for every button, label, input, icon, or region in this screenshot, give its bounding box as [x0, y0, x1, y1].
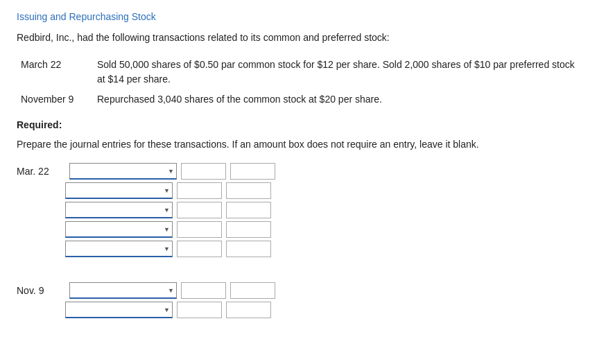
- table-row: November 9 Repurchased 3,040 shares of t…: [17, 89, 580, 110]
- nov9-date-label: Nov. 9: [17, 285, 65, 296]
- journal-entry-row-nov2: [65, 302, 580, 318]
- account-select-mar1[interactable]: [69, 163, 177, 180]
- transaction-date-1: March 22: [17, 55, 93, 89]
- account-select-mar2[interactable]: [65, 182, 173, 199]
- intro-text: Redbird, Inc., had the following transac…: [17, 31, 580, 45]
- journal-entry-row-mar4: [65, 221, 580, 238]
- transaction-desc-1: Sold 50,000 shares of $0.50 par common s…: [93, 55, 580, 89]
- credit-input-mar1[interactable]: [230, 163, 275, 180]
- prepare-text: Prepare the journal entries for these tr…: [17, 137, 580, 152]
- credit-input-mar2[interactable]: [226, 182, 271, 199]
- table-row: March 22 Sold 50,000 shares of $0.50 par…: [17, 55, 580, 89]
- journal-entry-row-mar2: [65, 182, 580, 199]
- debit-input-nov1[interactable]: [181, 282, 226, 299]
- transaction-desc-2: Repurchased 3,040 shares of the common s…: [93, 89, 580, 110]
- required-label: Required:: [17, 119, 580, 130]
- credit-input-mar5[interactable]: [226, 241, 271, 257]
- select-wrapper-mar2[interactable]: [65, 182, 173, 199]
- select-wrapper-mar1[interactable]: [69, 163, 177, 180]
- journal-entry-row-nov1: Nov. 9: [17, 282, 580, 299]
- account-select-mar3[interactable]: [65, 202, 173, 218]
- debit-input-mar1[interactable]: [181, 163, 226, 180]
- select-wrapper-nov1[interactable]: [69, 282, 177, 299]
- credit-input-mar4[interactable]: [226, 221, 271, 238]
- account-select-nov1[interactable]: [69, 282, 177, 299]
- debit-input-mar3[interactable]: [177, 202, 222, 218]
- journal-entry-row-mar1: Mar. 22: [17, 163, 580, 180]
- select-wrapper-mar5[interactable]: [65, 241, 173, 257]
- transactions-table: March 22 Sold 50,000 shares of $0.50 par…: [17, 55, 580, 110]
- account-select-mar5[interactable]: [65, 241, 173, 257]
- select-wrapper-nov2[interactable]: [65, 302, 173, 318]
- transaction-date-2: November 9: [17, 89, 93, 110]
- credit-input-nov1[interactable]: [230, 282, 275, 299]
- mar22-date-label: Mar. 22: [17, 166, 65, 177]
- account-select-mar4[interactable]: [65, 221, 173, 238]
- debit-input-mar5[interactable]: [177, 241, 222, 257]
- page-title: Issuing and Repurchasing Stock: [17, 11, 580, 22]
- journal-entry-row-mar5: [65, 241, 580, 257]
- credit-input-mar3[interactable]: [226, 202, 271, 218]
- account-select-nov2[interactable]: [65, 302, 173, 318]
- select-wrapper-mar3[interactable]: [65, 202, 173, 218]
- debit-input-mar2[interactable]: [177, 182, 222, 199]
- debit-input-nov2[interactable]: [177, 302, 222, 318]
- select-wrapper-mar4[interactable]: [65, 221, 173, 238]
- journal-section-mar22: Mar. 22: [17, 163, 580, 257]
- credit-input-nov2[interactable]: [226, 302, 271, 318]
- journal-section-nov9: Nov. 9: [17, 282, 580, 318]
- journal-entry-row-mar3: [65, 202, 580, 218]
- debit-input-mar4[interactable]: [177, 221, 222, 238]
